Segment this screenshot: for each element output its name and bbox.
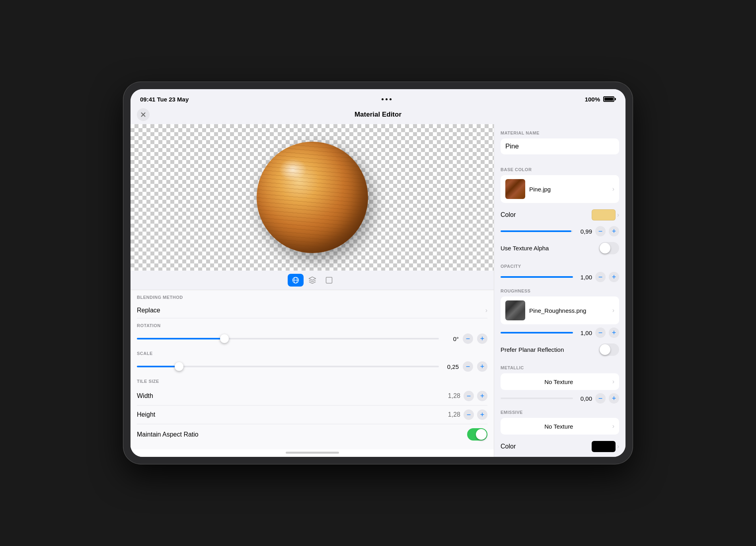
view-controls xyxy=(131,271,494,290)
color-label: Color xyxy=(501,211,516,218)
material-name-section-label: MATERIAL NAME xyxy=(501,131,619,135)
color-swatch-chevron: › xyxy=(617,211,619,218)
opacity-section-label: OPACITY xyxy=(501,264,619,269)
scale-slider[interactable] xyxy=(137,366,439,367)
roughness-texture-name: Pine_Roughness.png xyxy=(529,307,608,314)
rotation-increment[interactable]: + xyxy=(477,333,487,344)
roughness-chevron: › xyxy=(612,307,614,314)
metallic-decrement[interactable]: − xyxy=(595,393,606,404)
prefer-planar-label: Prefer Planar Reflection xyxy=(501,346,564,353)
color-row: Color › xyxy=(501,206,619,224)
box-view-button[interactable] xyxy=(304,274,320,287)
opacity-increment[interactable]: + xyxy=(609,272,619,282)
width-row: Width 1,28 − + xyxy=(137,387,487,406)
roughness-value: 1,00 xyxy=(576,330,592,336)
width-label: Width xyxy=(137,392,153,400)
base-color-texture-row[interactable]: Pine.jpg › xyxy=(501,175,619,203)
battery-icon xyxy=(603,96,616,102)
base-color-texture-thumb xyxy=(505,179,525,199)
emissive-section-label: EMISSIVE xyxy=(501,410,619,415)
rotation-slider-row: 0° − + xyxy=(137,331,487,346)
opacity-slider[interactable] xyxy=(501,276,573,278)
opacity-base-decrement[interactable]: − xyxy=(595,226,606,236)
blending-method-label: BLENDING METHOD xyxy=(137,295,487,300)
blending-method-value: Replace xyxy=(137,307,160,314)
main-content: BLENDING METHOD Replace › ROTATION xyxy=(131,124,625,457)
scale-increment[interactable]: + xyxy=(477,361,487,372)
material-name-input[interactable] xyxy=(501,138,619,154)
close-button[interactable] xyxy=(137,108,150,121)
use-texture-alpha-row: Use Texture Alpha xyxy=(501,239,619,257)
status-bar: 09:41 Tue 23 May 100% xyxy=(131,89,625,107)
emissive-no-texture-chevron: › xyxy=(612,423,614,430)
height-row: Height 1,28 − + xyxy=(137,406,487,424)
status-center-dots xyxy=(382,98,392,100)
status-right: 100% xyxy=(585,96,616,103)
metallic-no-texture-chevron: › xyxy=(612,378,614,385)
right-panel: MATERIAL NAME BASE COLOR Pine.jpg › Colo… xyxy=(494,124,625,457)
sphere-view-button[interactable] xyxy=(288,274,304,287)
emissive-color-row: Color › xyxy=(501,438,619,455)
maintain-aspect-ratio-row: Maintain Aspect Ratio xyxy=(137,424,487,445)
roughness-texture-thumb xyxy=(505,300,525,320)
roughness-texture-row[interactable]: Pine_Roughness.png › xyxy=(501,296,619,324)
status-time: 09:41 Tue 23 May xyxy=(140,96,189,103)
opacity-value: 1,00 xyxy=(576,274,592,281)
emissive-color-label: Color xyxy=(501,443,516,450)
use-texture-alpha-toggle[interactable] xyxy=(599,242,619,254)
metallic-slider-row: 0,00 − + xyxy=(501,393,619,404)
opacity-base-slider-row: 0,99 − + xyxy=(501,226,619,236)
color-swatch[interactable] xyxy=(592,209,616,220)
scale-slider-row: 0,25 − + xyxy=(137,359,487,374)
prefer-planar-toggle[interactable] xyxy=(599,343,619,356)
height-increment[interactable]: + xyxy=(477,410,487,420)
base-color-chevron: › xyxy=(612,185,614,193)
maintain-aspect-ratio-label: Maintain Aspect Ratio xyxy=(137,431,199,438)
app-bar: Material Editor xyxy=(131,107,625,124)
app-title: Material Editor xyxy=(355,111,401,119)
scale-label: SCALE xyxy=(137,351,487,356)
left-panel: BLENDING METHOD Replace › ROTATION xyxy=(131,124,494,457)
rotation-decrement[interactable]: − xyxy=(463,333,473,344)
plane-view-button[interactable] xyxy=(321,274,337,287)
opacity-base-value: 0,99 xyxy=(576,228,592,235)
base-color-texture-name: Pine.jpg xyxy=(529,186,608,193)
controls-panel: BLENDING METHOD Replace › ROTATION xyxy=(131,290,494,449)
metallic-increment[interactable]: + xyxy=(609,393,619,404)
roughness-slider[interactable] xyxy=(501,332,573,333)
bottom-handle xyxy=(286,452,339,454)
width-decrement[interactable]: − xyxy=(464,391,474,401)
rotation-label: ROTATION xyxy=(137,323,487,328)
preview-area xyxy=(131,124,494,271)
metallic-slider[interactable] xyxy=(501,398,573,399)
metallic-section-label: METALLIC xyxy=(501,365,619,370)
width-value: 1,28 xyxy=(448,392,460,400)
opacity-base-slider[interactable] xyxy=(501,230,573,232)
blending-method-row[interactable]: Replace › xyxy=(137,303,487,318)
opacity-slider-row: 1,00 − + xyxy=(501,272,619,282)
opacity-decrement[interactable]: − xyxy=(595,272,606,282)
roughness-slider-row: 1,00 − + xyxy=(501,328,619,338)
roughness-section-label: ROUGHNESS xyxy=(501,289,619,293)
svg-rect-5 xyxy=(326,277,332,283)
base-color-section-label: BASE COLOR xyxy=(501,167,619,172)
rotation-value: 0° xyxy=(443,335,459,342)
roughness-decrement[interactable]: − xyxy=(595,328,606,338)
height-value: 1,28 xyxy=(448,411,460,418)
emissive-color-chevron: › xyxy=(617,443,619,450)
emissive-color-swatch[interactable] xyxy=(592,441,616,452)
metallic-value: 0,00 xyxy=(576,395,592,402)
metallic-no-texture-row[interactable]: No Texture › xyxy=(501,373,619,390)
rotation-slider[interactable] xyxy=(137,338,439,339)
maintain-aspect-ratio-toggle[interactable] xyxy=(467,428,487,441)
metallic-no-texture-label: No Texture xyxy=(505,378,612,385)
width-increment[interactable]: + xyxy=(477,391,487,401)
tile-size-label: TILE SIZE xyxy=(137,379,487,384)
scale-decrement[interactable]: − xyxy=(463,361,473,372)
roughness-increment[interactable]: + xyxy=(609,328,619,338)
prefer-planar-row: Prefer Planar Reflection xyxy=(501,340,619,359)
height-decrement[interactable]: − xyxy=(464,410,474,420)
opacity-base-increment[interactable]: + xyxy=(609,226,619,236)
emissive-no-texture-row[interactable]: No Texture › xyxy=(501,418,619,435)
use-texture-alpha-label: Use Texture Alpha xyxy=(501,245,549,252)
